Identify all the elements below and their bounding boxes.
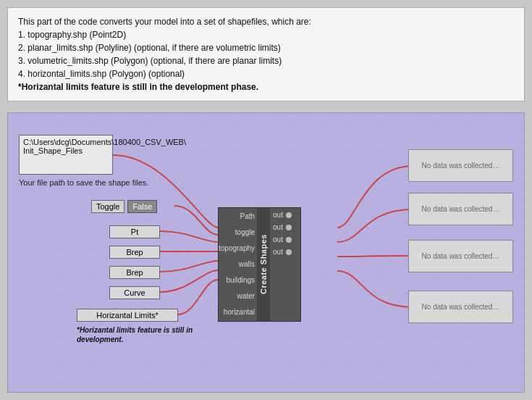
horizlimits-label: Horizantal Limits* [96,311,159,320]
output-row-4: out [273,248,292,256]
outputs-col: out out out out [270,208,295,321]
input-toggle: toggle [219,227,257,238]
input-buildings: buildings [219,275,257,286]
main-node-title: Create Shapes [257,208,270,321]
toggle-value[interactable]: False [127,200,157,213]
brep1-label: Brep [126,248,143,257]
output-row-3: out [273,236,292,243]
brep2-node[interactable]: Brep [109,266,160,279]
output-box-1: No data was collected… [408,149,513,182]
brep1-node[interactable]: Brep [109,246,160,259]
info-line4: 3. volumetric_limits.shp (Polygon) (opti… [18,54,514,67]
output-box-2-text: No data was collected… [422,205,500,213]
filepath-label: Your file path to save the shape files. [19,178,164,187]
filepath-node[interactable]: C:\Users\dcg\Documents\180400_CSV_WEB\ I… [19,135,113,175]
output-dot-4 [286,249,292,255]
input-path: Path [219,211,257,222]
output-row-1: out [273,211,292,219]
output-box-3: No data was collected… [408,240,513,272]
curve-node[interactable]: Curve [109,286,160,299]
brep2-label: Brep [126,268,143,277]
pt-label: Pt [131,228,138,236]
horizlimits-note: *Horizantal limits feature is still in d… [77,325,200,344]
output-box-3-text: No data was collected… [422,252,500,260]
inputs-col: Path toggle topography walls buildings w… [219,208,257,321]
output-box-4-text: No data was collected… [422,303,500,311]
input-topography: topography [219,243,257,254]
output-box-4: No data was collected… [408,291,513,323]
info-line1: This part of the code converts your mode… [18,15,514,28]
info-line6: *Horizantal limits feature is still in t… [18,80,514,93]
input-horizantal: horizantal [219,307,257,318]
output-dot-2 [286,225,292,230]
toggle-label: Toggle [91,200,124,213]
output-box-1-text: No data was collected… [422,162,500,170]
filepath-value: C:\Users\dcg\Documents\180400_CSV_WEB\ I… [23,138,186,155]
output-dot-3 [286,237,292,243]
info-line3: 2. planar_limits.shp (Polyline) (optiona… [18,41,514,54]
info-line5: 4. horizontal_limits.shp (Polygon) (opti… [18,67,514,80]
horizlimits-node[interactable]: Horizantal Limits* [77,309,178,322]
canvas-area[interactable]: C:\Users\dcg\Documents\180400_CSV_WEB\ I… [7,112,525,393]
output-box-2: No data was collected… [408,193,513,225]
input-walls: walls [219,259,257,270]
output-dot-1 [286,212,292,218]
info-line2: 1. topography.shp (Point2D) [18,28,514,41]
pt-node[interactable]: Pt [109,225,160,238]
input-water: water [219,291,257,302]
output-row-2: out [273,223,292,231]
toggle-node[interactable]: Toggle False [91,200,157,213]
create-shapes-node[interactable]: Path toggle topography walls buildings w… [218,207,301,322]
curve-label: Curve [124,288,145,297]
info-panel: This part of the code converts your mode… [7,7,525,101]
